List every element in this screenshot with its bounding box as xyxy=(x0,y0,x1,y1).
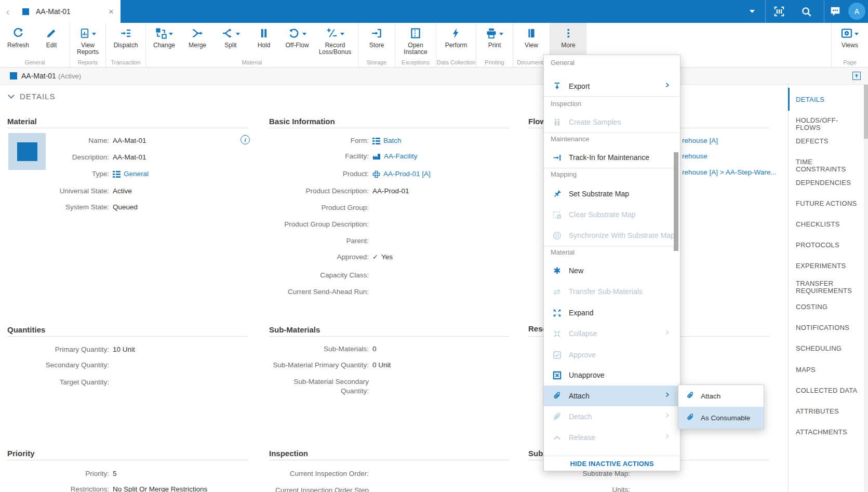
field-value: AA-Mat-01 xyxy=(113,136,146,145)
chevron-right-icon: › xyxy=(665,429,670,442)
sidebar-item-time-constraints[interactable]: TIME CONSTRAINTS xyxy=(796,158,862,173)
record-loss-bonus-icon xyxy=(326,28,338,39)
ribbon-group-transaction: Dispatch Transaction xyxy=(106,23,146,67)
print-button[interactable]: Print xyxy=(478,26,511,49)
view-button[interactable]: View xyxy=(515,26,548,49)
change-button[interactable]: Change xyxy=(148,26,181,56)
details-collapse-header[interactable]: DETAILS xyxy=(9,92,55,101)
sidebar-item-attributes[interactable]: ATTRIBUTES xyxy=(796,408,862,415)
hold-button[interactable]: Hold xyxy=(247,26,281,56)
avatar-initial: A xyxy=(854,7,859,16)
clear-substrate-map-icon xyxy=(552,209,562,220)
field-label: Product Group: xyxy=(223,203,369,212)
form-link[interactable]: Batch xyxy=(372,136,402,145)
sidebar-item-collected-data[interactable]: COLLECTED DATA xyxy=(796,387,862,394)
print-icon xyxy=(486,28,497,39)
dropdown-button[interactable] xyxy=(748,0,756,23)
menu-item-unapprove[interactable]: Unapprove xyxy=(544,365,680,385)
caret-down-icon xyxy=(340,33,344,35)
hide-inactive-actions-button[interactable]: HIDE INACTIVE ACTIONS xyxy=(544,456,680,471)
sidebar-item-costing[interactable]: COSTING xyxy=(796,303,862,311)
open-instance-icon xyxy=(410,28,421,39)
sidebar-item-holds-off-flows[interactable]: HOLDS/OFF-FLOWS xyxy=(796,117,862,131)
ribbon-button-label: View xyxy=(525,42,538,49)
ribbon-button-label: Perform xyxy=(445,42,468,49)
type-link[interactable]: General xyxy=(113,169,149,179)
view-reports-button[interactable]: View Reports xyxy=(72,26,104,56)
facility-link[interactable]: AA-Facility xyxy=(372,152,418,161)
menu-item-set-substrate-map[interactable]: Set Substrate Map xyxy=(544,183,680,204)
sidebar-item-future-actions[interactable]: FUTURE ACTIONS xyxy=(796,200,862,207)
sidebar-item-details[interactable]: DETAILS xyxy=(796,96,862,103)
field-label: Secondary Quantity: xyxy=(0,361,109,370)
ribbon-group-label: Printing xyxy=(476,59,513,65)
barcode-scan-button[interactable] xyxy=(772,0,786,23)
menu-scrollbar-thumb[interactable] xyxy=(674,152,678,251)
submenu-item-attach[interactable]: Attach xyxy=(678,385,764,407)
off-flow-button[interactable]: Off-Flow xyxy=(281,26,314,56)
sidebar-item-checklists[interactable]: CHECKLISTS xyxy=(796,221,862,228)
avatar[interactable]: A xyxy=(848,3,865,20)
perform-button[interactable]: Perform xyxy=(438,26,474,49)
chevron-right-icon: › xyxy=(665,78,670,91)
menu-item-export[interactable]: Export › xyxy=(544,76,680,97)
scrollbar-thumb[interactable] xyxy=(864,85,868,139)
refresh-button[interactable]: Refresh xyxy=(2,26,35,49)
ribbon-button-label: View Reports xyxy=(72,42,104,56)
menu-item-expand[interactable]: Expand xyxy=(544,302,680,323)
menu-item-attach[interactable]: Attach › xyxy=(544,385,680,406)
menu-item-track-in-for-maintenance[interactable]: Track-In for Maintenance xyxy=(544,147,680,168)
detach-icon xyxy=(552,411,562,422)
top-bar: ‹ AA-Mat-01 × A xyxy=(0,0,868,23)
sidebar-item-transfer-requirements[interactable]: TRANSFER REQUIREMENTS xyxy=(796,280,858,295)
more-button[interactable]: More xyxy=(552,26,585,49)
menu-item-label: Expand xyxy=(569,309,593,317)
ribbon-button-label: Refresh xyxy=(7,42,29,49)
field-label: Product Group Description: xyxy=(223,220,369,229)
sidebar-item-scheduling[interactable]: SCHEDULING xyxy=(796,345,862,352)
chevron-right-icon: › xyxy=(665,325,670,338)
submenu-item-as-consumable[interactable]: As Consumable xyxy=(678,407,764,429)
split-icon xyxy=(221,28,234,39)
sidebar-item-defects[interactable]: DEFECTS xyxy=(796,138,862,145)
page-scrollbar[interactable] xyxy=(864,85,868,492)
field-label: Current Send-Ahead Run: xyxy=(223,287,369,297)
section-title-basic-information: Basic Information xyxy=(269,117,335,126)
chat-button[interactable] xyxy=(828,0,843,23)
sidebar-item-dependencies[interactable]: DEPENDENCIES xyxy=(796,179,862,187)
sidebar-item-notifications[interactable]: NOTIFICATIONS xyxy=(796,324,862,331)
product-link[interactable]: AA-Prod-01 [A] xyxy=(372,169,431,179)
flow-path-link[interactable]: rehouse [A] > AA-Step-Ware... xyxy=(682,168,776,176)
attach-submenu: Attach As Consumable xyxy=(678,384,764,429)
ribbon-button-label: Views xyxy=(842,42,858,49)
flow-step-link[interactable]: rehouse xyxy=(682,152,707,160)
dispatch-icon xyxy=(120,28,131,39)
field-label: Current Inspection Order Step xyxy=(223,486,369,492)
record-loss-bonus-button[interactable]: Record Loss/Bonus xyxy=(314,26,356,56)
views-button[interactable]: Views xyxy=(833,26,866,49)
field-row: Primary Quantity: 10 Unit xyxy=(0,345,135,354)
field-row: Product Group Description: xyxy=(223,220,372,229)
breadcrumb: AA-Mat-01 (Active) xyxy=(0,68,868,85)
sidebar-item-protocols[interactable]: PROTOCOLS xyxy=(796,242,862,249)
back-button[interactable]: ‹ xyxy=(0,0,16,23)
search-button[interactable] xyxy=(799,0,813,23)
open-instance-button[interactable]: Open Instance xyxy=(397,26,434,56)
flow-step-link[interactable]: rehouse [A] xyxy=(682,137,718,144)
edit-button[interactable]: Edit xyxy=(35,26,68,49)
merge-button[interactable]: Merge xyxy=(181,26,214,56)
menu-divider xyxy=(544,168,680,168)
menu-item-new[interactable]: ✱ New xyxy=(544,260,680,281)
close-icon[interactable]: × xyxy=(109,7,114,16)
sidebar-item-attachments[interactable]: ATTACHMENTS xyxy=(796,429,862,436)
store-button[interactable]: Store xyxy=(360,26,393,49)
field-label: Sub-Material Secondary Quantity: xyxy=(275,377,369,396)
tab-aa-mat-01[interactable]: AA-Mat-01 × xyxy=(16,0,121,23)
split-button[interactable]: Split xyxy=(214,26,247,56)
sidebar-item-maps[interactable]: MAPS xyxy=(796,366,862,374)
dispatch-button[interactable]: Dispatch xyxy=(108,26,144,49)
transfer-icon: ⇄ xyxy=(552,286,562,297)
expand-panel-button[interactable] xyxy=(852,72,861,80)
caret-down-icon xyxy=(499,33,503,35)
sidebar-item-experiments[interactable]: EXPERIMENTS xyxy=(796,262,862,270)
